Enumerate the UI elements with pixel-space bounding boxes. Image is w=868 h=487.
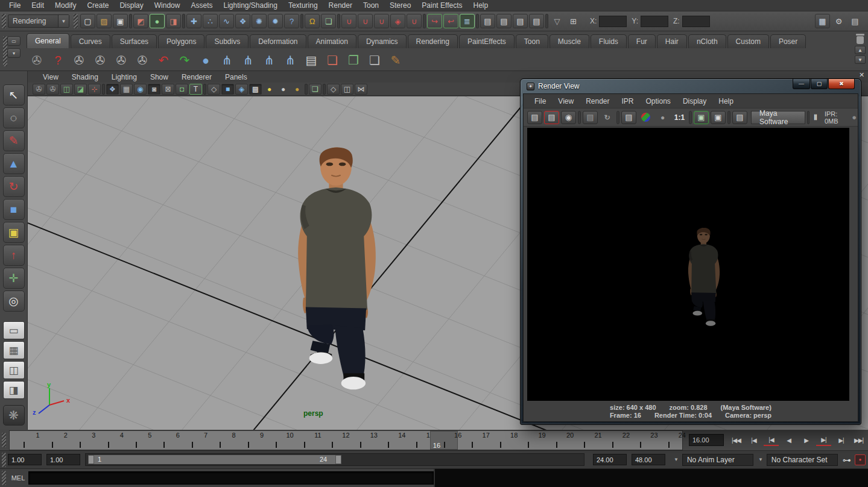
xray-icon[interactable]: ◫ [341,84,353,95]
playback-range-bar[interactable] [88,455,341,464]
highlight-selection-icon[interactable]: ❏ [321,14,336,28]
smooth-shade-icon[interactable]: ■ [221,84,234,95]
refresh-ipr-icon[interactable]: ↻ [600,111,615,124]
one-to-one-icon[interactable]: 1:1 [672,111,687,124]
select-camera-icon[interactable]: ✇ [33,84,45,95]
undo-icon[interactable]: ↶ [154,51,173,69]
chevron-down-icon[interactable]: ▼ [674,457,679,462]
frame-cell[interactable]: 9 [234,431,262,450]
chevron-down-icon[interactable]: ▼ [758,457,763,462]
paint-effects-icon[interactable]: ✎ [387,51,405,69]
render-current-frame-icon[interactable]: ▤ [496,14,512,28]
redo-icon[interactable]: ↷ [176,51,194,69]
select-by-hierarchy-icon[interactable]: ◩ [133,14,148,28]
parent-icon[interactable]: ⋔ [218,51,236,69]
image-plane-icon[interactable]: ◪ [74,84,87,95]
selection-mask-points-icon[interactable]: ✚ [186,14,201,28]
menu-item[interactable]: Display [114,0,148,11]
move-tool[interactable]: ▲ [3,153,25,174]
drag-grip[interactable] [2,433,6,447]
panel-menu-item[interactable]: Show [144,73,175,81]
rotate-tool[interactable]: ↻ [3,176,25,197]
range-start-handle[interactable] [88,455,94,464]
hypergraph-icon[interactable]: ▤ [302,51,320,69]
group-icon[interactable]: ⋔ [260,51,278,69]
four-pane-layout-button[interactable]: ▦ [3,341,25,359]
range-end-handle[interactable] [335,455,341,464]
shelf-tab[interactable]: General [27,33,69,48]
separator[interactable] [102,84,105,95]
playback-end-field[interactable] [593,454,627,465]
drag-grip[interactable] [2,471,6,485]
panel-menu-item[interactable]: Shading [65,73,105,81]
mel-toggle[interactable]: MEL [8,474,28,482]
render-settings-icon[interactable]: ▤ [529,14,544,28]
separator[interactable] [423,14,426,28]
drag-grip[interactable] [74,14,78,28]
play-backwards-button[interactable]: ◀ [781,434,796,446]
redo-previous-render-icon[interactable]: ▤ [527,111,542,124]
separator[interactable] [129,14,132,28]
step-forward-key-button[interactable]: ▶| [816,434,831,446]
frame-ruler[interactable]: 1 2 3 4 5 [9,430,683,450]
frame-cell[interactable]: 8 [206,431,233,450]
snap-to-points-icon[interactable]: ∪ [374,14,389,28]
paint-select-icon[interactable]: ❏ [309,84,322,95]
anim-layer-selector[interactable]: No Anim Layer [682,454,753,466]
shelf-tab-arrow-button[interactable]: ▾ [7,48,21,58]
attribute-editor-icon[interactable]: ▦ [815,14,830,28]
selection-mask-parm-points-icon[interactable]: ∴ [203,14,218,28]
show-manipulator-tool[interactable]: ◎ [3,291,25,312]
camera-aim-icon[interactable]: ✇ [91,51,109,69]
make-live-icon[interactable]: ∪ [407,14,422,28]
parent-constraint-icon[interactable]: ❏ [323,51,341,69]
shelf-tab[interactable]: Polygons [158,34,204,48]
shelf-tab[interactable]: Curves [71,34,110,48]
wireframe-icon[interactable]: ◇ [207,84,220,95]
outliner-persp-layout-button[interactable]: ◫ [3,361,25,379]
selection-mask-surfaces-icon[interactable]: ❖ [235,14,250,28]
render-region-icon[interactable]: ▤ [621,111,636,124]
menu-item[interactable]: File [4,0,26,11]
drag-grip[interactable] [2,14,6,28]
set-key-icon[interactable]: ⊶ [843,455,851,465]
auto-keyframe-toggle[interactable]: ● [855,454,866,465]
shelf-tab[interactable]: Animation [308,34,356,48]
render-view-menu-item[interactable]: Help [712,97,740,105]
render-view-window[interactable]: ✦ Render View — ▢ ✖ FileViewRenderIPROpt… [520,78,861,425]
scale-tool[interactable]: ■ [3,199,25,220]
open-render-settings-icon[interactable]: ▤ [732,111,747,124]
isolate-select-icon[interactable]: ◇ [327,84,340,95]
rgb-channels-icon[interactable] [638,111,653,124]
universal-manipulator-tool[interactable]: ▣ [3,222,25,243]
pane-close-icon[interactable]: ✕ [859,71,864,79]
menu-item[interactable]: Toon [358,0,384,11]
all-lights-icon[interactable]: ● [277,84,290,95]
move-normal-tool[interactable]: ✛ [3,268,25,289]
frame-cell[interactable]: 12 [318,431,346,450]
panel-menu-item[interactable]: Panels [218,73,254,81]
lock-selection-icon[interactable]: Ω [305,14,320,28]
wireframe-on-shaded-icon[interactable]: ◈ [235,84,248,95]
unparent-icon[interactable]: ⋔ [239,51,257,69]
grid-toggle-icon[interactable]: ❖ [106,84,119,95]
plugin-shelf-icon[interactable]: ⋈ [355,84,367,95]
safe-title-icon[interactable]: T [189,84,202,95]
menu-item[interactable]: Texturing [283,0,323,11]
frame-cell[interactable]: 5 [122,431,150,450]
menu-item[interactable]: Stereo [384,0,416,11]
camera-attributes-icon[interactable]: ✇ [46,84,59,95]
shelf-tab[interactable]: Subdivs [206,34,249,48]
step-back-key-button[interactable]: |◀ [764,434,779,446]
new-scene-icon[interactable]: ▢ [80,14,95,28]
render-globals-icon[interactable]: ✇ [28,51,46,69]
shelf-tab[interactable]: Muscle [550,34,589,48]
separator[interactable] [616,111,619,124]
frame-cell[interactable]: 23 [626,431,654,450]
selected-lights-icon[interactable]: ● [291,84,303,95]
separator[interactable] [476,14,479,28]
frame-cell[interactable]: 21 [570,431,598,450]
geometry-constraint-icon[interactable]: ❐ [344,51,363,69]
frame-cell[interactable]: 11 [290,431,318,450]
frame-cell[interactable]: 16 16 [430,431,458,450]
